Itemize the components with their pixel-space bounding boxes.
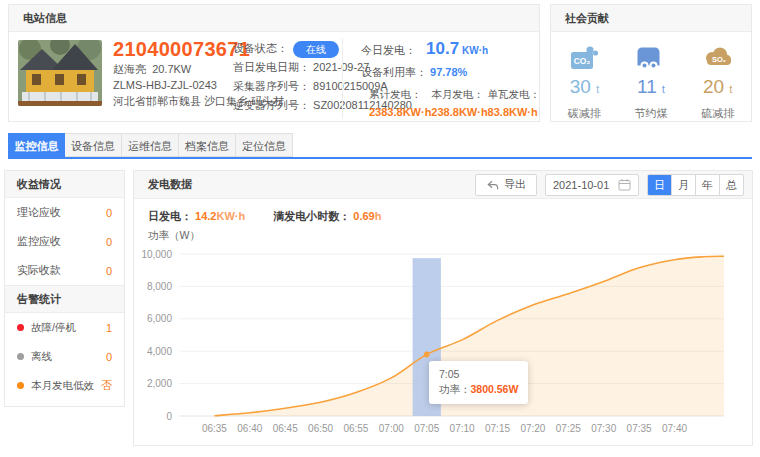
low-efficiency-row: 本月发电低效 否 — [5, 371, 124, 400]
svg-text:07:35: 07:35 — [627, 423, 652, 434]
export-arrow-icon — [486, 179, 499, 191]
theoretical-income-row: 理论应收 0 — [5, 198, 124, 227]
power-area-chart[interactable]: 02,0004,0006,0008,00010,00006:3506:4006:… — [142, 241, 746, 441]
coal-saving-truck-icon — [634, 41, 668, 75]
svg-text:6,000: 6,000 — [147, 313, 172, 324]
calendar-icon — [618, 178, 631, 191]
range-day-button[interactable]: 日 — [648, 175, 671, 195]
column-divider — [342, 38, 343, 119]
svg-text:06:45: 06:45 — [273, 423, 298, 434]
fault-shutdown-row: 故障/停机 1 — [5, 313, 124, 342]
svg-text:SO₂: SO₂ — [712, 55, 726, 64]
coal-saving-item: 11 t 节约煤 — [620, 41, 682, 121]
so2-reduction-item: SO₂ 20 t 硫减排 — [687, 41, 749, 121]
tabs-active-underline — [8, 157, 752, 159]
low-efficiency-dot-icon — [17, 382, 24, 389]
offline-dot-icon — [17, 353, 24, 360]
tab-monitoring-info[interactable]: 监控信息 — [8, 133, 65, 157]
coal-label: 节约煤 — [620, 106, 682, 121]
svg-text:06:50: 06:50 — [308, 423, 333, 434]
svg-text:07:15: 07:15 — [485, 423, 510, 434]
svg-text:8,000: 8,000 — [147, 281, 172, 292]
today-generation-value: 10.7 — [426, 39, 459, 59]
online-status-badge: 在线 — [293, 41, 339, 58]
svg-text:07:30: 07:30 — [591, 423, 616, 434]
svg-text:10,000: 10,000 — [142, 249, 172, 260]
info-tabs: 监控信息 设备信息 运维信息 档案信息 定位信息 — [8, 133, 293, 158]
co2-reduction-item: CO₂ 30 t 碳减排 — [553, 41, 615, 121]
svg-text:0: 0 — [166, 411, 172, 422]
monitored-income-row: 监控应收 0 — [5, 227, 124, 256]
coal-value: 11 t — [620, 77, 682, 100]
svg-text:06:35: 06:35 — [202, 423, 227, 434]
svg-text:07:00: 07:00 — [379, 423, 404, 434]
tab-device-info[interactable]: 设备信息 — [65, 133, 122, 157]
export-button[interactable]: 导出 — [475, 174, 537, 196]
co2-reduction-icon: CO₂ — [567, 41, 601, 75]
date-value: 2021-10-01 — [553, 179, 609, 191]
generation-data-panel: 发电数据 导出 2021-10-01 日 月 — [133, 170, 753, 446]
svg-text:4,000: 4,000 — [147, 346, 172, 357]
so2-value: 20 t — [687, 77, 749, 100]
range-month-button[interactable]: 月 — [671, 175, 695, 195]
tab-operation-info[interactable]: 运维信息 — [122, 133, 179, 157]
solar-station-dashboard: 电站信息 210400073671 — [0, 0, 760, 457]
today-generation: 今日发电： 10.7 KW·h — [361, 39, 537, 61]
actual-income-row: 实际收款 0 — [5, 256, 124, 285]
alarm-section-title: 告警统计 — [5, 285, 124, 313]
station-photo — [18, 40, 102, 106]
chart-panel-title: 发电数据 — [148, 177, 475, 192]
svg-text:07:10: 07:10 — [450, 423, 475, 434]
house-photo-illustration — [18, 40, 102, 106]
owner-name: 赵海亮 — [113, 63, 146, 75]
range-total-button[interactable]: 总 — [719, 175, 743, 195]
so2-reduction-icon: SO₂ — [701, 41, 735, 75]
station-capacity: 20.7KW — [152, 63, 191, 75]
svg-text:07:20: 07:20 — [520, 423, 545, 434]
svg-text:2,000: 2,000 — [147, 378, 172, 389]
total-generation-stat: 累计发电： 2383.8KW·h — [369, 88, 431, 118]
social-panel-title: 社会贡献 — [551, 5, 751, 32]
date-picker[interactable]: 2021-10-01 — [545, 174, 639, 196]
station-panel-title: 电站信息 — [9, 5, 539, 32]
utilization-value: 97.78% — [430, 66, 467, 78]
summary-sidebar: 收益情况 理论应收 0 监控应收 0 实际收款 0 告警统计 故障/停机 1 离… — [4, 170, 125, 407]
daily-generation-stat: 日发电： 14.2KW·h — [148, 209, 245, 224]
per-watt-generation-stat: 单瓦发电： 83.8KW·h — [488, 88, 541, 118]
full-power-hours-stat: 满发电小时数： 0.69h — [273, 209, 381, 224]
svg-text:07:05: 07:05 — [414, 423, 439, 434]
so2-label: 硫减排 — [687, 106, 749, 121]
social-contribution-panel: 社会贡献 CO₂ 30 t 碳减排 — [550, 4, 752, 122]
range-toggle-group: 日 月 年 总 — [647, 174, 744, 196]
svg-text:CO₂: CO₂ — [574, 56, 591, 66]
income-section-title: 收益情况 — [5, 171, 124, 198]
fault-dot-icon — [17, 324, 24, 331]
range-year-button[interactable]: 年 — [695, 175, 719, 195]
svg-text:07:25: 07:25 — [556, 423, 581, 434]
co2-value: 30 t — [553, 77, 615, 100]
device-utilization: 设备利用率： 97.78% — [361, 65, 537, 80]
station-info-panel: 电站信息 210400073671 — [8, 4, 540, 122]
co2-label: 碳减排 — [553, 106, 615, 121]
svg-text:06:55: 06:55 — [343, 423, 368, 434]
svg-text:07:40: 07:40 — [662, 423, 687, 434]
month-generation-stat: 本月发电： 238.8KW·h — [431, 88, 487, 118]
offline-row: 离线 0 — [5, 342, 124, 371]
tab-location-info[interactable]: 定位信息 — [236, 133, 293, 157]
tab-archive-info[interactable]: 档案信息 — [179, 133, 236, 157]
svg-text:06:40: 06:40 — [237, 423, 262, 434]
